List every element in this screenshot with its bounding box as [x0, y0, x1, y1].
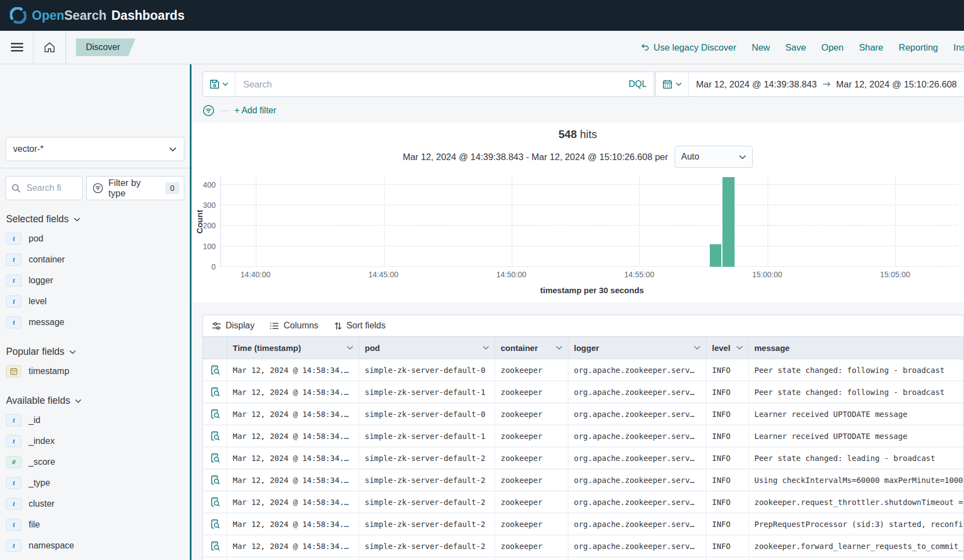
message-cell: Learner received UPTODATE message [749, 403, 963, 425]
level-cell: INFO [706, 425, 749, 447]
search-input[interactable] [235, 79, 622, 90]
field-item-_id[interactable]: t_id [0, 410, 190, 431]
date-quick-select-button[interactable] [656, 72, 689, 96]
add-filter-button[interactable]: + Add filter [234, 106, 276, 116]
x-tick-label: 14:45:00 [369, 270, 399, 279]
breadcrumb[interactable]: Discover [76, 39, 135, 56]
saved-query-button[interactable] [203, 72, 235, 96]
field-item-_index[interactable]: t_index [0, 431, 190, 452]
table-body: Mar 12, 2024 @ 14:58:34.…simple-zk-serve… [203, 359, 963, 560]
field-item-cluster[interactable]: tcluster [0, 493, 190, 514]
column-header-message[interactable]: message [749, 337, 963, 359]
section-header-available-fields[interactable]: Available fields [6, 395, 190, 407]
interval-select[interactable]: Auto [675, 146, 753, 168]
logger-cell: org.apache.zookeeper.serv… [568, 425, 706, 447]
sort-fields-button[interactable]: Sort fields [334, 321, 386, 331]
date-from[interactable]: Mar 12, 2024 @ 14:39:38.843 [696, 79, 817, 90]
expand-row-button[interactable] [203, 513, 227, 535]
pod-cell: simple-zk-server-default-0 [359, 403, 495, 425]
field-item-pod[interactable]: tpod [0, 228, 190, 249]
field-item-_type[interactable]: t_type [0, 473, 190, 493]
nav-actions: Use legacy DiscoverNewSaveOpenShareRepor… [641, 42, 964, 53]
nav-action-save[interactable]: Save [785, 42, 806, 53]
field-item-container[interactable]: tcontainer [0, 249, 190, 270]
column-header-pod[interactable]: pod [359, 337, 495, 359]
filter-by-type-label: Filter by type [108, 178, 160, 199]
field-item-logger[interactable]: tlogger [0, 270, 190, 291]
logger-cell: org.apache.zookeeper.serv… [568, 403, 706, 425]
field-item-message[interactable]: tmessage [0, 312, 190, 333]
menu-button[interactable] [8, 38, 26, 57]
filter-circle-icon[interactable] [202, 105, 215, 117]
expand-row-button[interactable] [203, 359, 227, 381]
expand-row-button[interactable] [203, 557, 227, 560]
field-label: message [29, 317, 64, 327]
section-header-popular-fields[interactable]: Popular fields [6, 346, 190, 358]
date-range[interactable]: Mar 12, 2024 @ 14:39:38.843 Mar 12, 2024… [689, 79, 964, 90]
field-item-role[interactable]: trole [0, 556, 190, 560]
pod-cell: simple-zk-server-default-2 [359, 557, 495, 560]
container-cell: zookeeper [495, 403, 568, 425]
number-field-icon: # [6, 456, 21, 468]
filter-by-type-button[interactable]: Filter by type 0 [86, 176, 184, 200]
columns-button[interactable]: Columns [270, 321, 318, 331]
expand-row-button[interactable] [203, 535, 227, 557]
message-cell: Learner received UPTODATE message [749, 425, 963, 447]
field-label: cluster [29, 499, 54, 509]
chevron-down-icon [75, 399, 81, 403]
v-gridline [768, 177, 768, 267]
v-gridline [384, 177, 385, 267]
x-tick-label: 14:50:00 [496, 270, 527, 279]
nav-action-label: New [752, 42, 770, 53]
query-language-button[interactable]: DQL [622, 79, 654, 89]
chart-subtitle-row: Mar 12, 2024 @ 14:39:38.843 - Mar 12, 20… [191, 146, 964, 168]
column-header-label: pod [365, 343, 380, 353]
v-gridline [895, 177, 896, 267]
logger-cell: org.apache.zookeeper.serv… [568, 513, 706, 535]
column-header-level[interactable]: level [706, 337, 749, 359]
field-item-file[interactable]: tfile [0, 514, 190, 535]
level-cell: INFO [706, 359, 749, 381]
nav-action-inspect[interactable]: Inspect [954, 42, 964, 53]
undo-icon [641, 43, 650, 52]
field-item-timestamp[interactable]: timestamp [0, 361, 190, 382]
expand-row-button[interactable] [203, 425, 227, 447]
x-tick-label: 15:05:00 [880, 270, 911, 279]
expand-row-button[interactable] [203, 447, 227, 469]
index-pattern-select[interactable]: vector-* [6, 137, 184, 161]
home-button[interactable] [40, 38, 59, 57]
expand-row-button[interactable] [203, 491, 227, 513]
nav-action-use-legacy-discover[interactable]: Use legacy Discover [641, 42, 736, 53]
chevron-down-icon [483, 345, 489, 350]
inspect-document-icon [210, 497, 221, 508]
container-cell: zookeeper [495, 513, 568, 535]
expand-row-button[interactable] [203, 469, 227, 491]
nav-action-share[interactable]: Share [859, 42, 883, 53]
histogram-bar[interactable] [722, 177, 735, 267]
section-header-selected-fields[interactable]: Selected fields [6, 213, 190, 225]
nav-action-reporting[interactable]: Reporting [899, 42, 938, 53]
expand-row-button[interactable] [203, 381, 227, 403]
field-search-input[interactable] [25, 183, 72, 194]
column-header-logger[interactable]: logger [568, 337, 706, 359]
display-button[interactable]: Display [212, 321, 254, 331]
interval-value: Auto [681, 152, 699, 162]
histogram-bar[interactable] [710, 244, 722, 267]
field-label: _id [29, 415, 40, 425]
section-title: Selected fields [6, 213, 69, 225]
column-header-container[interactable]: container [495, 337, 568, 359]
time-cell: Mar 12, 2024 @ 14:58:34.… [227, 557, 359, 560]
field-item-_score[interactable]: #_score [0, 452, 190, 473]
column-header-time-timestamp-[interactable]: Time (timestamp) [227, 337, 359, 359]
nav-action-open[interactable]: Open [821, 42, 844, 53]
field-label: _type [29, 478, 50, 488]
section-title: Available fields [6, 395, 70, 407]
field-label: level [29, 297, 47, 306]
field-item-level[interactable]: tlevel [0, 291, 190, 312]
field-item-namespace[interactable]: tnamespace [0, 535, 190, 556]
expand-row-button[interactable] [203, 403, 227, 425]
pod-cell: simple-zk-server-default-0 [359, 359, 495, 381]
nav-action-new[interactable]: New [752, 42, 770, 53]
date-to[interactable]: Mar 12, 2024 @ 15:10:26.608 [836, 79, 957, 90]
inspect-document-icon [210, 541, 221, 552]
